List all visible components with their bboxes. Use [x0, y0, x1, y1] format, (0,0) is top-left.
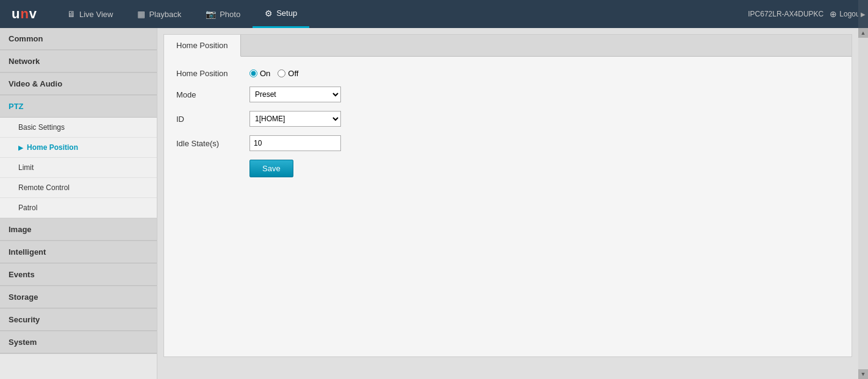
- top-navigation: unv 🖥 Live View ▦ Playback 📷 Photo ⚙ Set…: [0, 0, 868, 28]
- id-controls: 1[HOME] 2 3: [249, 111, 341, 127]
- logout-button[interactable]: ⊕ Logout: [830, 9, 862, 19]
- top-right-area: IPC672LR-AX4DUPKC ⊕ Logout: [748, 9, 862, 19]
- setup-icon: ⚙: [265, 9, 273, 18]
- form-row-idle-state: Idle State(s): [176, 135, 839, 151]
- sidebar-item-intelligent[interactable]: Intelligent: [0, 241, 157, 263]
- sidebar-item-storage[interactable]: Storage: [0, 286, 157, 308]
- id-label: ID: [176, 115, 249, 124]
- home-position-form-label: Home Position: [176, 69, 249, 78]
- nav-live-view-label: Live View: [79, 10, 113, 19]
- save-button[interactable]: Save: [249, 160, 293, 177]
- nav-photo[interactable]: 📷 Photo: [193, 0, 253, 28]
- sidebar-section-image: Image: [0, 219, 157, 241]
- logo: unv: [6, 3, 43, 25]
- nav-live-view[interactable]: 🖥 Live View: [55, 0, 125, 28]
- sidebar-section-network: Network: [0, 51, 157, 73]
- photo-icon: 📷: [206, 9, 216, 19]
- sidebar-common-label: Common: [9, 34, 43, 43]
- idle-state-controls: [249, 135, 341, 151]
- playback-icon: ▦: [137, 9, 145, 19]
- sidebar-security-label: Security: [9, 315, 40, 324]
- sidebar-section-common: Common: [0, 28, 157, 51]
- sidebar-item-ptz[interactable]: PTZ: [0, 96, 157, 118]
- panel-tab-bar: Home Position: [164, 35, 852, 57]
- form-row-mode: Mode Preset Patrol Tour: [176, 87, 839, 102]
- content-area: Home Position Home Position On Off: [157, 28, 858, 379]
- sidebar-section-intelligent: Intelligent: [0, 241, 157, 264]
- id-select[interactable]: 1[HOME] 2 3: [249, 111, 341, 127]
- sidebar-item-events[interactable]: Events: [0, 264, 157, 286]
- nav-setup[interactable]: ⚙ Setup: [253, 0, 309, 28]
- save-button-label: Save: [262, 164, 281, 173]
- mode-label: Mode: [176, 90, 249, 99]
- scroll-up-arrow[interactable]: ▲: [858, 28, 868, 38]
- logo-text: unv: [12, 6, 37, 22]
- home-position-radio-group: On Off: [249, 69, 298, 78]
- sidebar-item-home-position[interactable]: ▶ Home Position: [0, 138, 157, 158]
- remote-control-label: Remote Control: [18, 183, 70, 192]
- nav-playback-label: Playback: [149, 10, 181, 19]
- sidebar-system-label: System: [9, 338, 37, 347]
- main-container: Common Network Video & Audio PTZ Basic S…: [0, 28, 868, 379]
- scroll-right-arrow[interactable]: ▶: [858, 0, 868, 28]
- nav-items: 🖥 Live View ▦ Playback 📷 Photo ⚙ Setup: [55, 0, 748, 28]
- nav-photo-label: Photo: [220, 10, 240, 19]
- sidebar-item-network[interactable]: Network: [0, 51, 157, 73]
- sidebar-item-system[interactable]: System: [0, 331, 157, 353]
- logout-circle-icon: ⊕: [830, 9, 837, 19]
- form-row-home-position: Home Position On Off: [176, 69, 839, 78]
- right-scrollbar: ▲ ▼: [858, 28, 868, 379]
- radio-option-on[interactable]: On: [249, 69, 270, 78]
- chevron-right-icon: ▶: [861, 11, 866, 18]
- sidebar: Common Network Video & Audio PTZ Basic S…: [0, 28, 157, 379]
- sidebar-item-common[interactable]: Common: [0, 28, 157, 50]
- scroll-down-arrow[interactable]: ▼: [858, 369, 868, 379]
- form-row-id: ID 1[HOME] 2 3: [176, 111, 839, 127]
- sidebar-intelligent-label: Intelligent: [9, 247, 46, 257]
- sidebar-item-patrol[interactable]: Patrol: [0, 198, 157, 218]
- sidebar-item-remote-control[interactable]: Remote Control: [0, 178, 157, 198]
- sidebar-item-limit[interactable]: Limit: [0, 158, 157, 178]
- basic-settings-label: Basic Settings: [18, 123, 65, 132]
- form-row-save: Save: [176, 160, 839, 177]
- sidebar-ptz-label: PTZ: [9, 102, 24, 111]
- mode-select[interactable]: Preset Patrol Tour: [249, 87, 341, 102]
- scroll-track[interactable]: [858, 38, 868, 369]
- radio-off[interactable]: [278, 69, 285, 77]
- home-position-label: Home Position: [27, 143, 78, 152]
- sidebar-storage-label: Storage: [9, 292, 38, 302]
- idle-state-label: Idle State(s): [176, 139, 249, 148]
- tab-home-position[interactable]: Home Position: [164, 35, 241, 57]
- ptz-sub-items: Basic Settings ▶ Home Position Limit Rem…: [0, 118, 157, 218]
- sidebar-image-label: Image: [9, 225, 32, 234]
- content-panel: Home Position Home Position On Off: [163, 34, 852, 357]
- panel-content: Home Position On Off Mode: [164, 57, 852, 198]
- sidebar-item-image[interactable]: Image: [0, 219, 157, 241]
- limit-label: Limit: [18, 163, 34, 172]
- nav-setup-label: Setup: [276, 9, 297, 18]
- idle-state-input[interactable]: [249, 135, 341, 151]
- live-view-icon: 🖥: [67, 9, 76, 19]
- mode-controls: Preset Patrol Tour: [249, 87, 341, 102]
- sidebar-section-security: Security: [0, 309, 157, 331]
- radio-off-label: Off: [288, 69, 298, 78]
- sidebar-section-video-audio: Video & Audio: [0, 73, 157, 96]
- active-arrow-icon: ▶: [18, 144, 23, 151]
- sidebar-section-ptz: PTZ Basic Settings ▶ Home Position Limit…: [0, 96, 157, 219]
- sidebar-section-system: System: [0, 331, 157, 354]
- radio-on-label: On: [260, 69, 270, 78]
- radio-on[interactable]: [249, 69, 257, 77]
- sidebar-section-events: Events: [0, 264, 157, 286]
- patrol-label: Patrol: [18, 204, 37, 212]
- sidebar-events-label: Events: [9, 270, 35, 279]
- sidebar-item-basic-settings[interactable]: Basic Settings: [0, 118, 157, 138]
- sidebar-video-audio-label: Video & Audio: [9, 79, 62, 88]
- radio-option-off[interactable]: Off: [278, 69, 298, 78]
- sidebar-network-label: Network: [9, 57, 40, 66]
- sidebar-section-storage: Storage: [0, 286, 157, 309]
- sidebar-item-video-audio[interactable]: Video & Audio: [0, 73, 157, 95]
- tab-home-position-label: Home Position: [176, 41, 228, 50]
- device-name: IPC672LR-AX4DUPKC: [748, 10, 823, 18]
- sidebar-item-security[interactable]: Security: [0, 309, 157, 331]
- nav-playback[interactable]: ▦ Playback: [125, 0, 193, 28]
